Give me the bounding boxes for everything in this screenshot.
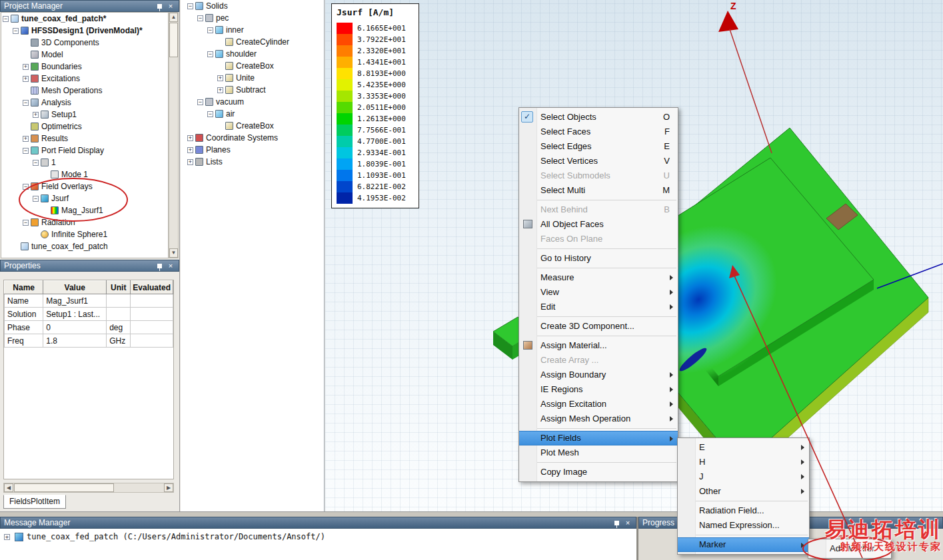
menu-item-e[interactable]: E [678, 440, 809, 455]
tree-item-tune-coax-fed-patch[interactable]: tune_coax_fed_patch [1, 240, 168, 252]
menu-item-select-edges[interactable]: Select EdgesE [519, 139, 678, 154]
menu-item-assign-boundary[interactable]: Assign Boundary [519, 368, 678, 382]
tree-item-port-field-display[interactable]: −Port Field Display [1, 144, 168, 156]
expand-icon[interactable]: + [187, 135, 193, 141]
message-item[interactable]: +tune_coax_fed_patch (C:/Users/Administr… [1, 531, 635, 542]
menu-item-marker[interactable]: Marker [678, 537, 809, 552]
field-legend[interactable]: Jsurf [A/m] 6.1665E+0013.7922E+0012.3320… [331, 3, 419, 208]
tree-item-model[interactable]: Model [1, 49, 168, 61]
tree-item-jsurf[interactable]: −Jsurf [1, 192, 168, 204]
menu-item-j[interactable]: J [678, 469, 809, 484]
collapse-icon[interactable]: − [23, 148, 29, 154]
menu-item-select-multi[interactable]: Select MultiM [519, 183, 678, 198]
properties-hscrollbar[interactable]: ◀ ▶ [3, 483, 174, 493]
expand-icon[interactable]: + [217, 75, 223, 81]
tree-item-tune-coax-fed-patch[interactable]: −tune_coax_fed_patch* [1, 13, 168, 25]
pin-icon[interactable] [155, 2, 164, 11]
property-value-cell[interactable]: Mag_Jsurf1 [43, 294, 107, 308]
tree-item-setup1[interactable]: +Setup1 [1, 109, 168, 121]
tree-item-field-overlays[interactable]: −Field Overlays [1, 180, 168, 192]
scrollbar-thumb[interactable] [14, 483, 114, 492]
pin-icon[interactable] [612, 519, 621, 527]
menu-item-select-objects[interactable]: ✓Select ObjectsO [519, 110, 678, 125]
expand-icon[interactable]: + [187, 147, 193, 153]
tree-item-inner[interactable]: −inner [186, 24, 324, 36]
menu-item-all-object-faces[interactable]: All Object Faces [519, 217, 678, 232]
scroll-right-icon[interactable]: ▶ [164, 483, 173, 492]
tree-item-solids[interactable]: −Solids [186, 0, 324, 12]
expand-icon[interactable]: + [217, 87, 223, 93]
property-value-cell[interactable]: 0 [43, 321, 107, 334]
collapse-icon[interactable]: − [207, 111, 213, 117]
tree-item-vacuum[interactable]: −vacuum [186, 96, 324, 108]
close-icon[interactable]: × [930, 519, 939, 527]
collapse-icon[interactable]: − [207, 27, 213, 33]
close-icon[interactable]: × [166, 262, 175, 270]
collapse-icon[interactable]: − [187, 3, 193, 9]
expand-icon[interactable]: + [33, 112, 39, 118]
tree-item-boundaries[interactable]: +Boundaries [1, 61, 168, 73]
tree-item-mesh-operations[interactable]: Mesh Operations [1, 85, 168, 97]
menu-item-edit[interactable]: Edit [519, 300, 678, 314]
tree-item-infinite-sphere1[interactable]: Infinite Sphere1 [1, 228, 168, 240]
tree-item-planes[interactable]: +Planes [186, 144, 324, 156]
collapse-icon[interactable]: − [23, 100, 29, 106]
menu-item-assign-mesh-operation[interactable]: Assign Mesh Operation [519, 412, 678, 426]
collapse-icon[interactable]: − [3, 16, 9, 22]
tab-fieldsplotitem[interactable]: FieldsPlotItem [3, 495, 66, 509]
menu-item-assign-excitation[interactable]: Assign Excitation [519, 397, 678, 412]
menu-item-view[interactable]: View [519, 285, 678, 300]
tree-item-createcylinder[interactable]: CreateCylinder [186, 36, 324, 48]
project-manager-header[interactable]: Project Manager × [0, 0, 179, 12]
tree-item-3d-components[interactable]: 3D Components [1, 37, 168, 49]
close-icon[interactable]: × [623, 519, 632, 527]
expand-icon[interactable]: + [23, 64, 29, 70]
menu-item-go-to-history[interactable]: Go to History [519, 251, 678, 266]
tree-item-1[interactable]: −1 [1, 156, 168, 168]
property-value-cell[interactable]: 1.8 [43, 334, 107, 348]
tree-item-unite[interactable]: +Unite [186, 72, 324, 84]
property-value-cell[interactable]: Setup1 : Last... [43, 308, 107, 321]
close-icon[interactable]: × [166, 2, 175, 11]
tree-item-hfssdesign1-drivenmodal[interactable]: −HFSSDesign1 (DrivenModal)* [1, 25, 168, 37]
menu-item-add-marker[interactable]: Add Marker [808, 541, 891, 556]
menu-item-copy-image[interactable]: Copy Image [519, 465, 678, 479]
project-tree-scrollbar[interactable]: ▲ ▼ [169, 12, 179, 258]
menu-item-plot-mesh[interactable]: Plot Mesh [519, 445, 678, 460]
menu-item-select-vertices[interactable]: Select VerticesV [519, 154, 678, 168]
tree-item-mode-1[interactable]: Mode 1 [1, 168, 168, 180]
tree-item-pec[interactable]: −pec [186, 12, 324, 24]
menu-item-other[interactable]: Other [678, 484, 809, 499]
scroll-left-icon[interactable]: ◀ [4, 483, 13, 492]
collapse-icon[interactable]: − [33, 160, 39, 166]
message-manager-header[interactable]: Message Manager × [0, 517, 636, 529]
menu-item-create-3d-component[interactable]: Create 3D Component... [519, 319, 678, 334]
collapse-icon[interactable]: − [23, 184, 29, 190]
menu-item-plot-fields[interactable]: Plot Fields [519, 431, 678, 445]
expand-icon[interactable]: + [23, 136, 29, 142]
tree-item-coordinate-systems[interactable]: +Coordinate Systems [186, 132, 324, 144]
tree-item-shoulder[interactable]: −shoulder [186, 48, 324, 60]
tree-item-lists[interactable]: +Lists [186, 156, 324, 168]
menu-item-create-array[interactable]: Create Array ... [519, 353, 678, 368]
tree-item-radiation[interactable]: −Radiation [1, 216, 168, 228]
tree-item-createbox[interactable]: CreateBox [186, 120, 324, 132]
scroll-down-icon[interactable]: ▼ [169, 248, 178, 258]
expand-icon[interactable]: + [187, 159, 193, 165]
menu-item-select-faces[interactable]: Select FacesF [519, 125, 678, 139]
tree-item-createbox[interactable]: CreateBox [186, 60, 324, 72]
menu-item-radiation-field[interactable]: Radiation Field... [678, 503, 809, 518]
pin-icon[interactable] [155, 262, 164, 270]
tree-item-optimetrics[interactable]: Optimetrics [1, 121, 168, 133]
menu-item-next-behind[interactable]: Next BehindB [519, 202, 678, 217]
collapse-icon[interactable]: − [197, 15, 203, 21]
menu-item-assign-material[interactable]: Assign Material... [519, 338, 678, 353]
scroll-up-icon[interactable]: ▲ [169, 13, 178, 22]
collapse-icon[interactable]: − [23, 220, 29, 226]
scrollbar-thumb[interactable] [169, 23, 178, 57]
menu-item-measure[interactable]: Measure [519, 270, 678, 285]
tree-item-analysis[interactable]: −Analysis [1, 97, 168, 109]
menu-item-select-submodels[interactable]: Select SubmodelsU [519, 168, 678, 183]
expand-icon[interactable]: + [4, 534, 10, 540]
tree-item-mag-jsurf1[interactable]: Mag_Jsurf1 [1, 204, 168, 216]
